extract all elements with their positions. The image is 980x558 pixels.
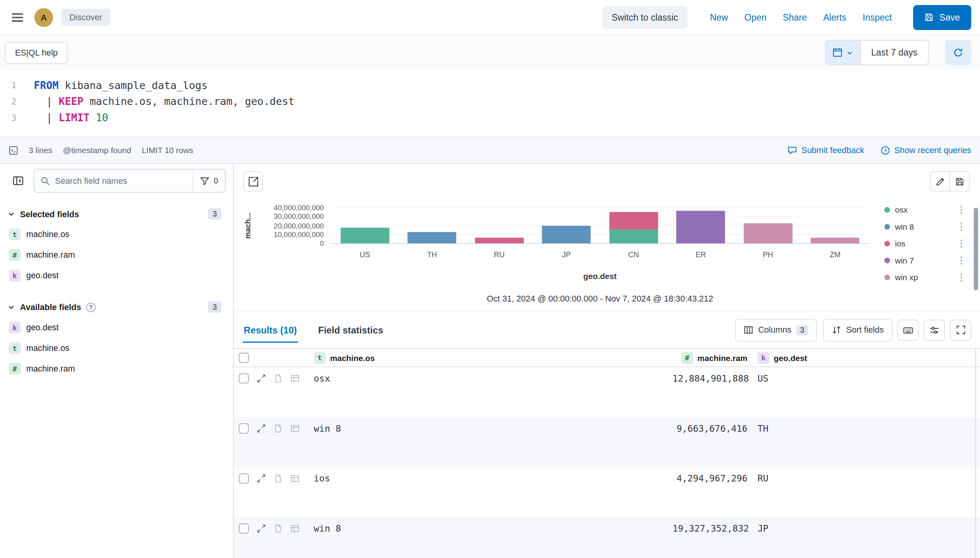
bar-ER-win-7[interactable]	[676, 211, 725, 243]
keyboard-icon	[903, 325, 913, 335]
selected-fields-header[interactable]: Selected fields 3	[7, 206, 226, 221]
show-recent-queries-link[interactable]: Show recent queries	[881, 145, 971, 155]
legend-item-ios[interactable]: ios	[884, 235, 963, 252]
bar-CN-ios[interactable]	[609, 212, 658, 230]
menu-button[interactable]	[9, 9, 26, 26]
cell-machine-ram: 4,294,967,296	[672, 467, 747, 483]
view-document-icon[interactable]	[274, 424, 283, 433]
clock-icon	[881, 145, 890, 155]
nav-item-alerts[interactable]: Alerts	[823, 12, 846, 22]
keyboard-shortcuts-button[interactable]	[898, 319, 919, 341]
row-checkbox[interactable]	[239, 474, 249, 484]
available-fields-header[interactable]: Available fields ? 3	[7, 300, 226, 315]
nav-item-new[interactable]: New	[710, 12, 728, 22]
field-item-machine.ram[interactable]: #machine.ram	[7, 244, 226, 265]
nav-item-share[interactable]: Share	[783, 12, 807, 22]
view-table-icon[interactable]	[291, 474, 300, 483]
collapse-sidebar-button[interactable]	[7, 170, 29, 192]
edit-chart-button[interactable]	[930, 171, 950, 192]
nav-item-open[interactable]: Open	[744, 12, 766, 22]
bar-ZM-win-xp[interactable]	[811, 238, 860, 243]
cell-geo-dest: US	[747, 367, 816, 384]
cell-geo-dest: JP	[747, 517, 816, 534]
column-header-geo-dest[interactable]: geo.dest	[774, 353, 807, 363]
submit-feedback-link[interactable]: Submit feedback	[788, 145, 864, 155]
switch-to-classic-button[interactable]: Switch to classic	[602, 6, 688, 28]
bar-US-osx[interactable]	[341, 227, 389, 243]
columns-button[interactable]: Columns 3	[735, 319, 817, 341]
row-checkbox[interactable]	[239, 424, 249, 434]
bar-RU-ios[interactable]	[475, 238, 524, 243]
line-number: 1	[0, 78, 29, 94]
expand-row-icon[interactable]	[257, 524, 266, 533]
bar-JP-win-8[interactable]	[542, 226, 591, 244]
field-item-machine.os[interactable]: tmachine.os	[7, 338, 226, 358]
field-item-machine.ram[interactable]: #machine.ram	[7, 358, 226, 379]
expand-row-icon[interactable]	[257, 474, 266, 483]
page-scrollbar-thumb[interactable]	[974, 208, 978, 290]
legend-color-dot	[884, 258, 890, 263]
column-header-machine-ram[interactable]: machine.ram	[697, 353, 747, 363]
x-tick-label: TH	[398, 250, 466, 259]
view-table-icon[interactable]	[291, 524, 300, 533]
help-icon[interactable]: ?	[86, 302, 96, 312]
editor-line: 2 | KEEP machine.os, machine.ram, geo.de…	[0, 94, 980, 110]
top-bar: A Discover Switch to classic New Open Sh…	[0, 0, 980, 35]
table-body: osx 12,884,901,888 US win 8 9,663,676,41…	[234, 367, 980, 558]
collapse-sidebar-icon	[12, 175, 24, 187]
breadcrumb[interactable]: Discover	[61, 9, 110, 26]
nav-item-inspect[interactable]: Inspect	[863, 12, 892, 22]
fields-sidebar: 0 Selected fields 3 tmachine.os#machine.…	[0, 164, 234, 558]
refresh-button[interactable]	[945, 40, 971, 65]
legend-item-win-7[interactable]: win 7	[884, 252, 963, 269]
view-table-icon[interactable]	[291, 424, 300, 433]
field-filter-button[interactable]: 0	[193, 169, 225, 192]
expand-row-icon[interactable]	[257, 424, 266, 433]
legend-menu-icon[interactable]	[959, 239, 963, 249]
legend-color-dot	[884, 241, 890, 246]
field-item-machine.os[interactable]: tmachine.os	[7, 224, 226, 244]
bar-TH-win-8[interactable]	[408, 232, 457, 243]
tab-results[interactable]: Results (10)	[243, 317, 298, 343]
view-document-icon[interactable]	[274, 474, 283, 483]
select-all-checkbox[interactable]	[239, 353, 249, 363]
view-table-icon[interactable]	[291, 374, 300, 383]
esql-help-button[interactable]: ES|QL help	[5, 42, 68, 63]
edit-visualization-button[interactable]	[243, 171, 263, 192]
legend-item-osx[interactable]: osx	[884, 201, 963, 218]
bar-PH-win-xp[interactable]	[744, 223, 792, 244]
lines-count: 3 lines	[29, 145, 52, 155]
row-checkbox[interactable]	[239, 523, 249, 534]
bar-CN-osx[interactable]	[609, 230, 658, 243]
calendar-dropdown-button[interactable]	[825, 41, 860, 65]
field-search: 0	[34, 169, 226, 193]
column-header-machine-os[interactable]: machine.os	[330, 353, 375, 363]
user-avatar[interactable]: A	[35, 8, 53, 26]
sort-fields-button[interactable]: Sort fields	[823, 319, 893, 341]
display-options-button[interactable]	[924, 319, 945, 341]
view-document-icon[interactable]	[274, 374, 283, 383]
line-number: 3	[0, 110, 29, 126]
cell-machine-os: osx	[314, 367, 672, 384]
field-item-geo.dest[interactable]: kgeo.dest	[7, 317, 226, 338]
field-name: machine.os	[26, 230, 70, 239]
fullscreen-button[interactable]	[950, 319, 971, 341]
time-range-button[interactable]: Last 7 days	[860, 41, 928, 65]
legend-menu-icon[interactable]	[959, 221, 963, 232]
row-checkbox[interactable]	[239, 373, 249, 384]
legend-item-win-8[interactable]: win 8	[884, 218, 963, 235]
cell-machine-ram: 19,327,352,832	[672, 517, 747, 534]
legend-item-win-xp[interactable]: win xp	[884, 269, 963, 286]
table-row: osx 12,884,901,888 US	[234, 367, 980, 417]
legend-menu-icon[interactable]	[959, 255, 963, 266]
legend-menu-icon[interactable]	[959, 272, 963, 283]
field-item-geo.dest[interactable]: kgeo.dest	[7, 265, 226, 286]
esql-editor[interactable]: 1FROM kibana_sample_data_logs2 | KEEP ma…	[0, 70, 980, 136]
view-document-icon[interactable]	[274, 524, 283, 533]
tab-field-statistics[interactable]: Field statistics	[317, 317, 384, 343]
search-input[interactable]	[55, 176, 193, 185]
legend-menu-icon[interactable]	[959, 205, 963, 215]
save-button[interactable]: Save	[913, 5, 971, 30]
save-chart-button[interactable]	[950, 171, 970, 192]
expand-row-icon[interactable]	[257, 374, 266, 383]
